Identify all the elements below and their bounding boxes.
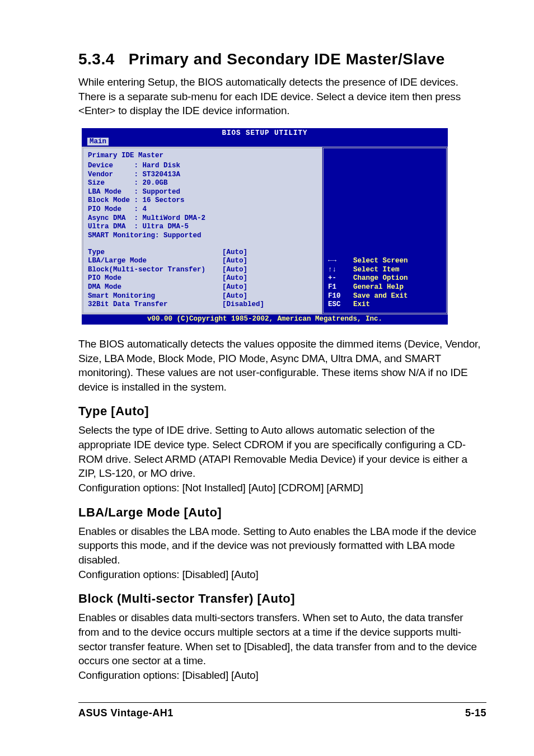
nav-label: Save and Exit [353, 292, 408, 300]
intro-paragraph: While entering Setup, the BIOS automatic… [78, 75, 486, 118]
bios-tab-main: Main [87, 138, 109, 145]
nav-label: Select Screen [353, 257, 408, 265]
bios-copyright-footer: v00.00 (C)Copyright 1985-2002, American … [82, 314, 448, 325]
footer-product: ASUS Vintage-AH1 [78, 707, 174, 719]
bios-info-row: Async DMA : MultiWord DMA-2 [88, 214, 317, 223]
nav-key: ←→ [328, 257, 353, 265]
bios-info-row: Block Mode : 16 Sectors [88, 196, 317, 205]
nav-key: ESC [328, 300, 353, 308]
bios-option-row: LBA/Large Mode [Auto] [88, 257, 317, 266]
bios-nav-row: ESC Exit [328, 300, 442, 309]
bios-left-panel: Primary IDE Master Device : Hard DiskVen… [82, 147, 322, 314]
bios-nav-help: ←→ Select Screen↑↓ Select Item+- Change … [328, 257, 442, 309]
after-bios-paragraph: The BIOS automatically detects the value… [78, 337, 486, 395]
nav-key: F10 [328, 292, 353, 300]
bios-options-list: Type [Auto]LBA/Large Mode [Auto]Block(Mu… [88, 248, 317, 309]
bios-option-row: Block(Multi-sector Transfer) [Auto] [88, 266, 317, 275]
section-heading-text: Primary and Secondary IDE Master/Slave [129, 50, 445, 68]
bios-tabs: Main [82, 138, 448, 147]
nav-key: ↑↓ [328, 266, 353, 274]
bios-info-row: LBA Mode : Supported [88, 188, 317, 197]
type-body: Selects the type of IDE drive. Setting t… [78, 423, 486, 495]
bios-info-row: Ultra DMA : Ultra DMA-5 [88, 223, 317, 232]
lba-body: Enables or disables the LBA mode. Settin… [78, 524, 486, 582]
type-heading: Type [Auto] [78, 404, 486, 419]
section-title: 5.3.4 Primary and Secondary IDE Master/S… [78, 50, 486, 68]
bios-option-row: DMA Mode [Auto] [88, 283, 317, 292]
bios-option-row: Smart Monitoring [Auto] [88, 292, 317, 301]
bios-nav-row: +- Change Option [328, 274, 442, 283]
section-number: 5.3.4 [78, 50, 115, 68]
lba-heading: LBA/Large Mode [Auto] [78, 505, 486, 520]
block-heading: Block (Multi-sector Transfer) [Auto] [78, 591, 486, 606]
bios-help-panel: ←→ Select Screen↑↓ Select Item+- Change … [322, 147, 448, 314]
nav-label: Change Option [353, 274, 408, 282]
bios-option-row: PIO Mode [Auto] [88, 274, 317, 283]
bios-screenshot: BIOS SETUP UTILITY Main Primary IDE Mast… [82, 128, 448, 325]
bios-panel-heading: Primary IDE Master [88, 152, 317, 159]
bios-nav-row: F1 General Help [328, 283, 442, 292]
bios-nav-row: ↑↓ Select Item [328, 266, 442, 275]
bios-info-row: SMART Monitoring: Supported [88, 232, 317, 241]
bios-title: BIOS SETUP UTILITY [222, 129, 307, 137]
nav-key: +- [328, 274, 353, 282]
bios-info-row: Device : Hard Disk [88, 162, 317, 171]
block-body: Enables or disables data multi-sectors t… [78, 611, 486, 682]
bios-titlebar: BIOS SETUP UTILITY [82, 128, 448, 138]
bios-info-row: PIO Mode : 4 [88, 205, 317, 214]
bios-info-row: Vendor : ST320413A [88, 171, 317, 180]
bios-option-row: 32Bit Data Transfer [Disabled] [88, 300, 317, 309]
page-footer: ASUS Vintage-AH1 5-15 [78, 702, 486, 719]
bios-nav-row: ←→ Select Screen [328, 257, 442, 266]
bios-info-list: Device : Hard DiskVendor : ST320413ASize… [88, 162, 317, 241]
nav-key: F1 [328, 283, 353, 291]
nav-label: Exit [353, 300, 370, 308]
bios-body: Primary IDE Master Device : Hard DiskVen… [82, 147, 448, 314]
bios-info-row: Size : 20.0GB [88, 179, 317, 188]
nav-label: General Help [353, 283, 404, 291]
bios-option-row: Type [Auto] [88, 248, 317, 257]
footer-page-number: 5-15 [465, 707, 486, 719]
bios-nav-row: F10 Save and Exit [328, 292, 442, 301]
nav-label: Select Item [353, 266, 400, 274]
